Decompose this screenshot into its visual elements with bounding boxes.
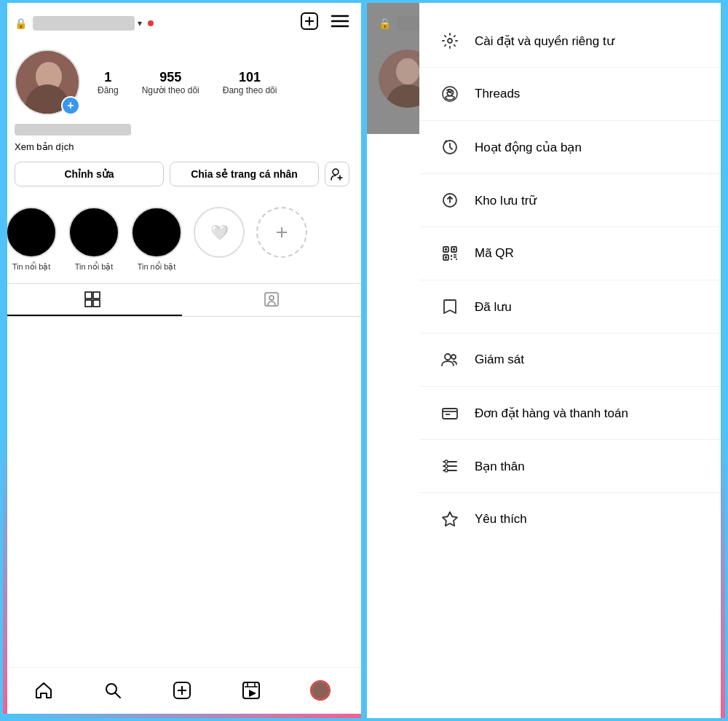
highlight-item-2[interactable]: Tin nổi bật — [68, 207, 119, 272]
menu-label-orders: Đơn đặt hàng và thanh toán — [475, 406, 628, 421]
bio-section: Xem bản dịch — [15, 124, 349, 153]
menu-item-threads[interactable]: Threads — [419, 71, 725, 117]
svg-line-21 — [115, 693, 120, 698]
highlight-add[interactable] — [256, 207, 307, 272]
nav-avatar — [310, 680, 331, 701]
archive-icon — [440, 190, 460, 210]
bestfriends-icon — [440, 456, 460, 476]
action-buttons: Chỉnh sửa Chia sẻ trang cá nhân — [15, 162, 349, 186]
menu-label-qr: Mã QR — [475, 246, 514, 261]
highlight-item-1[interactable]: Tin nổi bật — [6, 207, 57, 272]
followers-label: Người theo dõi — [142, 85, 199, 95]
svg-marker-26 — [249, 690, 256, 697]
highlight-item-3[interactable]: Tin nổi bật — [131, 207, 182, 272]
highlight-label-3: Tin nổi bật — [138, 262, 176, 272]
red-dot — [148, 20, 154, 26]
nav-create[interactable] — [164, 672, 200, 709]
menu-item-favorites[interactable]: Yêu thích — [419, 496, 725, 543]
share-profile-button[interactable]: Chia sẻ trang cá nhân — [170, 162, 319, 186]
username-placeholder — [33, 16, 135, 31]
translate-link[interactable]: Xem bản dịch — [15, 141, 74, 152]
posts-label: Đăng — [98, 85, 119, 95]
profile-stats: 1 Đăng 955 Người theo dõi 101 Đang theo … — [98, 70, 277, 95]
svg-point-36 — [448, 39, 452, 43]
menu-label-settings: Cài đặt và quyền riêng tư — [475, 34, 614, 49]
tab-grid[interactable] — [3, 284, 182, 316]
svg-point-9 — [333, 169, 339, 175]
stat-following: 101 Đang theo dõi — [223, 70, 277, 95]
menu-item-qr[interactable]: Mã QR — [419, 230, 725, 277]
menu-sheet: Cài đặt và quyền riêng tư Threads — [419, 3, 725, 718]
divider-7 — [419, 386, 725, 387]
threads-icon — [440, 84, 460, 104]
settings-icon — [440, 31, 460, 51]
edit-profile-button[interactable]: Chỉnh sửa — [15, 162, 164, 186]
nav-profile[interactable] — [302, 672, 339, 709]
nav-avatar-image — [312, 682, 329, 699]
svg-rect-52 — [443, 409, 457, 419]
favorites-icon — [440, 509, 460, 529]
svg-rect-42 — [445, 248, 447, 251]
name-placeholder — [15, 124, 131, 135]
followers-count: 955 — [159, 70, 181, 85]
menu-item-archive[interactable]: Kho lưu trữ — [419, 177, 725, 224]
divider-2 — [419, 120, 725, 121]
divider-3 — [419, 173, 725, 174]
menu-item-supervision[interactable]: Giám sát — [419, 336, 725, 383]
heart-icon: 🤍 — [210, 224, 229, 241]
divider-1 — [419, 67, 725, 68]
menu-item-activity[interactable]: Hoạt động của bạn — [419, 124, 725, 170]
activity-icon — [440, 137, 460, 157]
highlight-label-1: Tin nổi bật — [12, 262, 51, 272]
menu-label-archive: Kho lưu trữ — [475, 193, 537, 208]
menu-icon[interactable] — [331, 14, 349, 33]
chevron-icon: ▾ — [138, 18, 142, 28]
stat-followers: 955 Người theo dõi — [142, 70, 199, 95]
svg-point-60 — [445, 469, 448, 472]
bottom-nav — [3, 667, 361, 718]
svg-point-59 — [445, 465, 448, 468]
highlight-circle-heart: 🤍 — [194, 207, 245, 258]
header-icons — [300, 12, 349, 35]
menu-label-supervision: Giám sát — [475, 352, 524, 367]
svg-rect-43 — [453, 248, 455, 251]
highlight-label-2: Tin nổi bật — [75, 262, 114, 272]
svg-rect-44 — [445, 256, 447, 259]
divider-8 — [419, 439, 725, 440]
add-avatar-button[interactable]: + — [61, 96, 80, 115]
saved-icon — [440, 296, 460, 317]
svg-point-19 — [269, 296, 274, 300]
svg-point-50 — [445, 354, 451, 360]
menu-label-saved: Đã lưu — [475, 299, 512, 315]
add-person-button[interactable] — [325, 162, 349, 186]
svg-rect-15 — [93, 292, 100, 299]
nav-reels[interactable] — [233, 672, 269, 709]
posts-count: 1 — [104, 70, 111, 85]
nav-search[interactable] — [95, 672, 131, 709]
divider-4 — [419, 226, 725, 227]
supervision-icon — [440, 350, 460, 370]
svg-rect-16 — [85, 300, 92, 307]
right-panel: 🔒 ▾ — [364, 0, 728, 721]
menu-item-orders[interactable]: Đơn đặt hàng và thanh toán — [419, 390, 725, 436]
profile-tabs — [3, 283, 361, 317]
menu-item-bestfriends[interactable]: Bạn thân — [419, 443, 725, 489]
orders-icon — [440, 403, 460, 423]
menu-label-activity: Hoạt động của bạn — [475, 140, 582, 155]
nav-home[interactable] — [25, 672, 62, 709]
highlight-add-circle — [256, 207, 307, 258]
menu-item-saved[interactable]: Đã lưu — [419, 283, 725, 330]
add-post-icon[interactable] — [300, 12, 319, 35]
tab-tagged[interactable] — [182, 284, 361, 316]
svg-point-34 — [396, 58, 419, 84]
following-label: Đang theo dõi — [223, 85, 277, 95]
svg-point-7 — [36, 62, 62, 91]
qr-icon — [440, 243, 460, 264]
highlight-item-heart[interactable]: 🤍 — [194, 207, 245, 272]
menu-item-settings[interactable]: Cài đặt và quyền riêng tư — [419, 17, 725, 64]
right-lock-icon: 🔒 — [379, 17, 391, 29]
highlight-circle-3 — [131, 207, 182, 258]
svg-rect-17 — [93, 300, 100, 307]
username-bar: ▾ — [33, 16, 294, 31]
menu-label-threads: Threads — [475, 87, 520, 101]
